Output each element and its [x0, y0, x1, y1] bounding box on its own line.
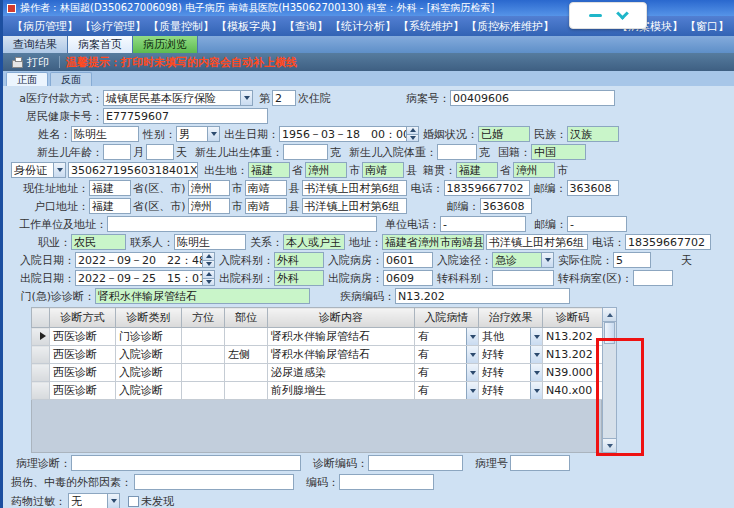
birthplace-province-input[interactable]: 福建: [248, 162, 290, 178]
cell-direction[interactable]: [182, 346, 225, 364]
dropdown-arrow-icon[interactable]: [240, 91, 252, 105]
case-no-input[interactable]: 00409606: [450, 90, 615, 106]
native-city-input[interactable]: 漳州: [513, 162, 555, 178]
menu-item-query[interactable]: 【查询】: [283, 19, 329, 34]
household-city-input[interactable]: 漳州: [188, 198, 230, 214]
gender-select[interactable]: 男: [176, 126, 220, 142]
cell-condition-select[interactable]: 有: [415, 382, 479, 400]
household-county-input[interactable]: 南靖: [245, 198, 287, 214]
current-detail-input[interactable]: 书洋镇上田村第6组: [302, 180, 407, 196]
current-county-input[interactable]: 南靖: [245, 180, 287, 196]
birth-date-spinner[interactable]: [407, 126, 419, 142]
work-phone-input[interactable]: -: [440, 216, 526, 232]
diagnosis-code-input[interactable]: [368, 455, 463, 471]
dropdown-arrow-icon[interactable]: [530, 328, 542, 345]
newborn-birth-weight-input[interactable]: [283, 144, 328, 160]
birthplace-city-input[interactable]: 漳州: [305, 162, 347, 178]
cell-part[interactable]: [225, 382, 268, 400]
dropdown-arrow-icon[interactable]: [466, 364, 478, 381]
menu-item-record-mgmt[interactable]: 【病历管理】: [11, 19, 79, 34]
spin-up-icon[interactable]: [203, 252, 215, 260]
tab-back-side[interactable]: 反面: [50, 72, 92, 86]
allergy-checkbox[interactable]: [128, 496, 139, 507]
cell-direction[interactable]: [182, 364, 225, 382]
table-row[interactable]: 西医诊断 入院诊断 泌尿道感染 有 好转 N39.000: [32, 364, 603, 382]
spin-down-icon[interactable]: [203, 278, 215, 287]
birthplace-county-input[interactable]: 南靖: [362, 162, 404, 178]
drug-allergy-select[interactable]: 无: [68, 493, 120, 508]
scroll-down-button[interactable]: [603, 438, 616, 452]
cell-code[interactable]: N13.202: [543, 346, 603, 364]
menu-item-template-dict[interactable]: 【模板字典】: [215, 19, 283, 34]
dropdown-arrow-icon[interactable]: [466, 346, 478, 363]
table-row[interactable]: 西医诊断 入院诊断 左侧 肾积水伴输尿管结石 有 好转 N13.202: [32, 346, 603, 364]
household-detail-input[interactable]: 书洋镇上田村第6组: [302, 198, 407, 214]
cell-content[interactable]: 泌尿道感染: [268, 364, 415, 382]
birth-date-input[interactable]: 1956－03－18 00：00: [279, 126, 407, 142]
menu-item-statistics[interactable]: 【统计分析】: [329, 19, 397, 34]
dropdown-arrow-icon[interactable]: [466, 382, 478, 399]
current-phone-input[interactable]: 18359667702: [444, 180, 530, 196]
menu-item-qc-standard[interactable]: 【质控标准维护】: [465, 19, 555, 34]
dropdown-arrow-icon[interactable]: [530, 346, 542, 363]
marital-input[interactable]: 已婚: [478, 126, 530, 142]
contact-phone-input[interactable]: 18359667702: [625, 234, 711, 250]
injury-factor-input[interactable]: [134, 474, 294, 490]
newborn-age-month-input[interactable]: [103, 144, 131, 160]
pathology-diagnosis-input[interactable]: [71, 455, 301, 471]
table-row[interactable]: 西医诊断 门诊诊断 肾积水伴输尿管结石 有 其他 N13.202: [32, 328, 603, 346]
cell-direction[interactable]: [182, 328, 225, 346]
tab-query-results[interactable]: 查询结果: [3, 36, 68, 53]
cell-condition-select[interactable]: 有: [415, 346, 479, 364]
relation-input[interactable]: 本人或户主: [283, 234, 345, 250]
row-selector-cell[interactable]: [32, 328, 50, 346]
chevron-down-icon[interactable]: [616, 7, 629, 20]
cell-category[interactable]: 入院诊断: [116, 364, 182, 382]
cell-effect-select[interactable]: 好转: [479, 364, 543, 382]
discharge-date-input[interactable]: 2022－09－25 15：01: [75, 270, 203, 286]
ethnic-input[interactable]: 汉族: [567, 126, 619, 142]
cell-content[interactable]: 肾积水伴输尿管结石: [268, 328, 415, 346]
admit-ward-input[interactable]: 0601: [383, 252, 433, 268]
dropdown-arrow-icon[interactable]: [466, 328, 478, 345]
transfer-dept-input[interactable]: [492, 270, 554, 286]
cell-category[interactable]: 入院诊断: [116, 346, 182, 364]
health-card-input[interactable]: E77759607: [103, 108, 268, 124]
household-province-input[interactable]: 福建: [89, 198, 131, 214]
row-selector-cell[interactable]: [32, 346, 50, 364]
cell-method[interactable]: 西医诊断: [50, 346, 116, 364]
admit-path-select[interactable]: 急诊: [492, 252, 554, 268]
discharge-dept-input[interactable]: 外科: [274, 270, 324, 286]
spin-up-icon[interactable]: [407, 126, 419, 134]
cell-part[interactable]: [225, 364, 268, 382]
cell-category[interactable]: 入院诊断: [116, 382, 182, 400]
cell-part[interactable]: [225, 328, 268, 346]
pathology-no-input[interactable]: [510, 455, 570, 471]
dropdown-arrow-icon[interactable]: [530, 382, 542, 399]
work-unit-input[interactable]: [107, 216, 377, 232]
work-zip-input[interactable]: -: [567, 216, 627, 232]
occupation-input[interactable]: 农民: [71, 234, 126, 250]
discharge-date-spinner[interactable]: [203, 270, 215, 286]
outpatient-diagnosis-input[interactable]: 肾积水伴输尿管结石: [95, 288, 310, 304]
cell-code[interactable]: N39.000: [543, 364, 603, 382]
spin-down-icon[interactable]: [407, 134, 419, 143]
table-scrollbar[interactable]: [602, 307, 617, 453]
menu-item-system-maint[interactable]: 【系统维护】: [397, 19, 465, 34]
row-selector-cell[interactable]: [32, 382, 50, 400]
cell-effect-select[interactable]: 好转: [479, 346, 543, 364]
table-row[interactable]: 西医诊断 入院诊断 前列腺增生 有 好转 N40.x00: [32, 382, 603, 400]
dropdown-arrow-icon[interactable]: [530, 364, 542, 381]
current-zip-input[interactable]: 363608: [567, 180, 619, 196]
admit-date-input[interactable]: 2022－09－20 22：48: [75, 252, 203, 268]
contact-address-region-input[interactable]: 福建省漳州市南靖县: [382, 234, 484, 250]
tab-record-browse[interactable]: 病历浏览: [133, 36, 198, 53]
disease-code-input[interactable]: N13.202: [395, 288, 570, 304]
menu-item-treatment-mgmt[interactable]: 【诊疗管理】: [79, 19, 147, 34]
cell-content[interactable]: 肾积水伴输尿管结石: [268, 346, 415, 364]
dropdown-arrow-icon[interactable]: [207, 127, 219, 141]
dropdown-arrow-icon[interactable]: [107, 494, 119, 508]
admission-times-input[interactable]: 2: [272, 90, 296, 106]
scroll-up-button[interactable]: [603, 308, 616, 322]
actual-stay-input[interactable]: 5: [613, 252, 651, 268]
